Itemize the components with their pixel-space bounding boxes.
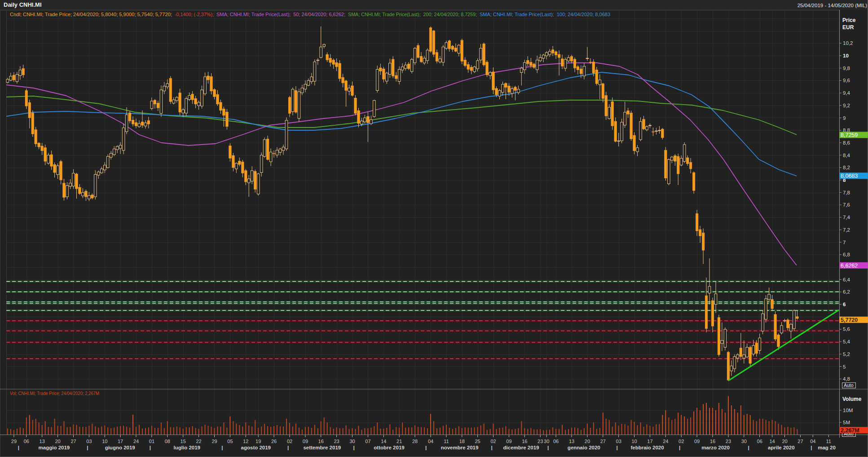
- svg-text:12: 12: [243, 439, 248, 444]
- svg-text:9,2: 9,2: [843, 103, 850, 108]
- svg-text:|: |: [617, 445, 618, 450]
- svg-text:6: 6: [843, 302, 846, 307]
- svg-text:02: 02: [490, 439, 496, 444]
- svg-text:27: 27: [798, 439, 803, 444]
- svg-text:27: 27: [70, 439, 76, 444]
- svg-text:17: 17: [118, 439, 123, 444]
- svg-text:4,8: 4,8: [843, 376, 850, 382]
- svg-text:9,8: 9,8: [843, 66, 850, 71]
- svg-text:11: 11: [444, 439, 449, 444]
- svg-text:23: 23: [538, 439, 543, 444]
- svg-text:19: 19: [256, 439, 261, 444]
- svg-text:6,2: 6,2: [843, 289, 850, 294]
- svg-text:07: 07: [365, 439, 370, 444]
- svg-text:6,8: 6,8: [843, 252, 850, 257]
- svg-text:7,6: 7,6: [843, 202, 850, 207]
- svg-text:9: 9: [843, 115, 846, 121]
- svg-text:06: 06: [24, 439, 29, 444]
- svg-text:SMA; CNHI.MI; Trade Price(Last: SMA; CNHI.MI; Trade Price(Last); 100; 24…: [480, 12, 610, 17]
- svg-text:|: |: [221, 445, 223, 450]
- svg-text:|: |: [150, 445, 151, 450]
- svg-text:8,0683: 8,0683: [841, 173, 858, 179]
- svg-text:24: 24: [133, 439, 139, 444]
- svg-text:20: 20: [585, 439, 590, 444]
- svg-text:10: 10: [102, 439, 107, 444]
- svg-text:2,267M: 2,267M: [841, 427, 859, 434]
- svg-text:febbraio 2020: febbraio 2020: [630, 445, 664, 450]
- svg-text:04: 04: [810, 439, 815, 444]
- svg-text:6,6262: 6,6262: [841, 263, 858, 269]
- svg-text:7,4: 7,4: [843, 215, 850, 220]
- svg-text:17: 17: [647, 439, 652, 444]
- svg-text:30: 30: [349, 439, 355, 444]
- svg-text:SMA; CNHI.MI; Trade Price(Last: SMA; CNHI.MI; Trade Price(Last); 200; 24…: [348, 12, 477, 17]
- svg-text:29: 29: [211, 439, 217, 444]
- svg-text:Volume: Volume: [842, 396, 862, 402]
- svg-text:21: 21: [397, 439, 402, 444]
- svg-text:08: 08: [165, 439, 170, 444]
- svg-text:8,6: 8,6: [843, 140, 850, 145]
- svg-text:Daily CNHI.MI: Daily CNHI.MI: [4, 1, 42, 8]
- svg-text:09: 09: [303, 439, 308, 444]
- svg-text:7: 7: [843, 240, 846, 245]
- svg-text:6,4: 6,4: [843, 277, 850, 282]
- svg-text:30: 30: [741, 439, 747, 444]
- svg-text:25: 25: [475, 439, 480, 444]
- svg-text:5,6: 5,6: [843, 326, 850, 332]
- svg-text:Auto: Auto: [844, 382, 854, 388]
- svg-text:7,8: 7,8: [843, 190, 850, 195]
- svg-text:Price: Price: [842, 17, 856, 23]
- svg-text:15: 15: [181, 439, 186, 444]
- svg-text:Cndl; CNHI.MI; Trade Price; 24: Cndl; CNHI.MI; Trade Price; 24/04/2020; …: [10, 12, 172, 17]
- svg-text:aprile 2020: aprile 2020: [768, 445, 794, 450]
- svg-text:13: 13: [569, 439, 574, 444]
- svg-text:maggio 2019: maggio 2019: [39, 445, 70, 450]
- svg-text:|: |: [491, 445, 492, 450]
- svg-text:luglio 2019: luglio 2019: [174, 445, 200, 450]
- svg-text:05: 05: [227, 439, 233, 444]
- svg-text:|: |: [748, 445, 749, 450]
- svg-text:23: 23: [726, 439, 731, 444]
- svg-text:25/04/2019 - 14/05/2020 (MIL): 25/04/2019 - 14/05/2020 (MIL): [798, 3, 868, 8]
- svg-text:02: 02: [679, 439, 684, 444]
- svg-text:|: |: [353, 445, 354, 450]
- svg-text:EUR: EUR: [842, 24, 854, 31]
- svg-text:10,2: 10,2: [843, 40, 853, 46]
- svg-text:22: 22: [196, 439, 201, 444]
- svg-text:-0,1400; (-2,37%);: -0,1400; (-2,37%);: [175, 12, 214, 17]
- svg-text:18: 18: [459, 439, 465, 444]
- svg-text:20: 20: [782, 439, 787, 444]
- svg-text:11: 11: [826, 439, 831, 444]
- svg-text:|: |: [87, 445, 88, 450]
- svg-text:20: 20: [55, 439, 60, 444]
- svg-text:5,2: 5,2: [843, 352, 850, 357]
- svg-text:gennaio 2020: gennaio 2020: [568, 445, 600, 450]
- svg-text:24: 24: [663, 439, 668, 444]
- svg-text:marzo 2020: marzo 2020: [701, 445, 730, 450]
- svg-text:9,6: 9,6: [843, 78, 850, 83]
- svg-text:Vol; CNHI.MI; Trade Price; 24/: Vol; CNHI.MI; Trade Price; 24/04/2020; 2…: [10, 391, 99, 396]
- svg-text:giugno 2019: giugno 2019: [105, 445, 135, 450]
- svg-text:agosto 2019: agosto 2019: [241, 445, 271, 450]
- svg-text:dicembre 2019: dicembre 2019: [503, 445, 539, 450]
- svg-text:SMA; CNHI.MI; Trade Price(Last: SMA; CNHI.MI; Trade Price(Last); 50; 24/…: [216, 12, 345, 17]
- svg-text:16: 16: [318, 439, 324, 444]
- svg-text:5: 5: [843, 364, 846, 369]
- svg-text:8,4: 8,4: [843, 153, 850, 158]
- svg-text:16: 16: [710, 439, 715, 444]
- svg-text:8,2: 8,2: [843, 165, 850, 170]
- svg-text:23: 23: [334, 439, 339, 444]
- svg-text:|: |: [287, 445, 289, 450]
- svg-text:8,7259: 8,7259: [841, 132, 858, 138]
- svg-text:5,7720: 5,7720: [841, 317, 858, 323]
- svg-text:09: 09: [694, 439, 700, 444]
- svg-text:|: |: [547, 445, 549, 450]
- svg-text:|: |: [679, 445, 680, 450]
- svg-text:ottobre 2019: ottobre 2019: [374, 445, 404, 450]
- svg-text:10M: 10M: [843, 408, 853, 413]
- svg-text:|: |: [18, 445, 19, 450]
- svg-text:5,4: 5,4: [843, 339, 850, 344]
- svg-text:10: 10: [631, 439, 637, 444]
- svg-text:mag 20: mag 20: [818, 445, 836, 450]
- svg-text:04: 04: [428, 439, 433, 444]
